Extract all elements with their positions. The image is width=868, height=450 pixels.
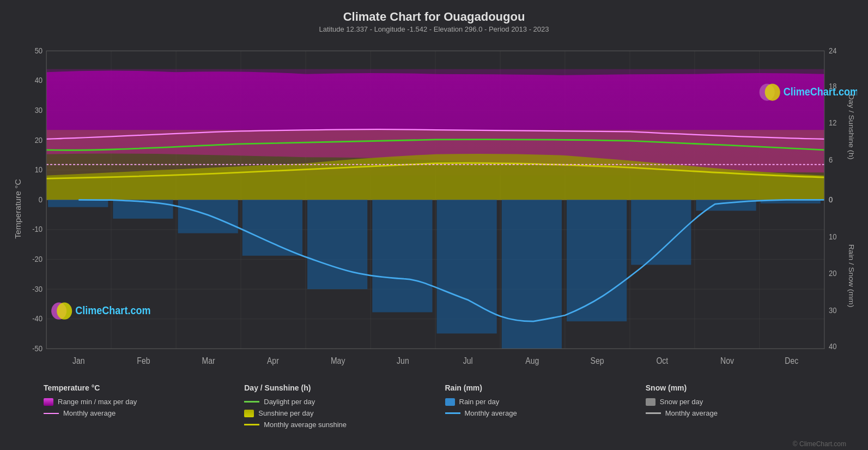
svg-text:6: 6 <box>829 156 833 165</box>
svg-text:Sep: Sep <box>591 356 604 365</box>
page-wrapper: Climate Chart for Ouagadougou Latitude 1… <box>0 0 868 450</box>
svg-text:Mar: Mar <box>202 356 215 365</box>
sunshine-avg-swatch <box>244 424 259 425</box>
legend-sunshine: Day / Sunshine (h) Daylight per day Suns… <box>244 383 445 448</box>
svg-text:Aug: Aug <box>525 356 539 365</box>
svg-text:Jun: Jun <box>397 356 409 365</box>
svg-text:Dec: Dec <box>785 356 798 365</box>
legend-snow-label: Snow per day <box>660 398 703 406</box>
temp-avg-line-swatch <box>44 413 59 414</box>
chart-header: Climate Chart for Ouagadougou Latitude 1… <box>11 5 857 34</box>
svg-text:10: 10 <box>35 166 43 175</box>
sunshine-swatch <box>244 410 254 417</box>
legend-daylight: Daylight per day <box>244 398 445 406</box>
svg-text:-30: -30 <box>32 285 43 293</box>
rain-swatch <box>445 398 455 406</box>
legend-snow-avg-label: Monthly average <box>665 409 718 417</box>
chart-area: 50 40 30 20 10 0 -10 -20 -30 -40 -50 Tem… <box>11 39 857 379</box>
main-svg: 50 40 30 20 10 0 -10 -20 -30 -40 -50 Tem… <box>11 39 857 379</box>
svg-text:May: May <box>331 356 345 365</box>
svg-text:50: 50 <box>35 46 43 55</box>
legend-rain-per-day: Rain per day <box>445 398 646 406</box>
legend-sunshine-per-day: Sunshine per day <box>244 409 445 417</box>
legend-sunshine-avg: Monthly average sunshine <box>244 421 445 429</box>
rain-aug <box>502 200 562 349</box>
legend-rain-avg: Monthly average <box>445 409 646 417</box>
svg-text:20: 20 <box>35 136 43 145</box>
logo-circle-right <box>765 83 780 100</box>
logo-text-top: ClimeChart.com <box>784 86 857 98</box>
svg-text:40: 40 <box>35 76 43 85</box>
legend-rain-avg-label: Monthly average <box>465 409 517 417</box>
svg-text:Apr: Apr <box>267 356 279 365</box>
legend-sunshine-avg-label: Monthly average sunshine <box>264 421 347 429</box>
svg-text:10: 10 <box>829 232 837 241</box>
legend-temp-avg: Monthly average <box>44 409 244 417</box>
legend-temperature: Temperature °C Range min / max per day M… <box>44 383 244 448</box>
rain-jan <box>48 200 108 207</box>
watermark: © ClimeChart.com <box>646 440 846 448</box>
snow-avg-swatch <box>646 412 661 414</box>
legend-area: Temperature °C Range min / max per day M… <box>11 379 857 450</box>
svg-text:-40: -40 <box>32 315 43 323</box>
legend-temp-title: Temperature °C <box>44 383 244 392</box>
temp-range-swatch <box>44 398 53 406</box>
y-right-bottom-label: Rain / Snow (mm) <box>847 244 855 308</box>
legend-temp-avg-label: Monthly average <box>63 409 116 417</box>
svg-text:40: 40 <box>829 343 837 351</box>
y-left-label: Temperature °C <box>14 179 22 239</box>
chart-subtitle: Latitude 12.337 - Longitude -1.542 - Ele… <box>11 25 857 33</box>
rain-mar <box>178 200 238 233</box>
snow-swatch <box>646 398 655 406</box>
rain-feb <box>113 200 173 219</box>
rain-apr <box>242 200 302 256</box>
svg-text:30: 30 <box>35 106 43 115</box>
svg-text:24: 24 <box>829 46 837 55</box>
svg-text:-10: -10 <box>32 225 43 234</box>
svg-text:Oct: Oct <box>656 356 669 365</box>
svg-text:0: 0 <box>829 195 833 204</box>
svg-text:Jan: Jan <box>72 356 85 365</box>
rain-oct <box>631 200 691 265</box>
legend-rain-title: Rain (mm) <box>445 383 646 392</box>
rain-avg-swatch <box>445 412 460 414</box>
rain-jul <box>437 200 497 333</box>
rain-jun <box>372 200 432 312</box>
rain-may <box>307 200 367 289</box>
svg-text:30: 30 <box>829 306 837 315</box>
legend-snow-title: Snow (mm) <box>646 383 846 392</box>
svg-text:-20: -20 <box>32 255 43 263</box>
svg-text:20: 20 <box>829 269 837 278</box>
logo-bl-circle-right <box>57 303 72 320</box>
legend-sun-title: Day / Sunshine (h) <box>244 383 445 392</box>
legend-daylight-label: Daylight per day <box>264 398 315 406</box>
svg-text:12: 12 <box>829 119 836 128</box>
legend-rain: Rain (mm) Rain per day Monthly average <box>445 383 646 448</box>
legend-rain-label: Rain per day <box>459 398 500 406</box>
daylight-swatch <box>244 401 259 403</box>
svg-text:0: 0 <box>39 195 43 204</box>
legend-snow: Snow (mm) Snow per day Monthly average ©… <box>646 383 846 448</box>
legend-temp-range: Range min / max per day <box>44 398 244 406</box>
legend-temp-range-label: Range min / max per day <box>58 398 137 406</box>
logo-text-bl: ClimeChart.com <box>75 304 150 316</box>
y-right-top-label: Day / Sunshine (h) <box>847 94 855 160</box>
legend-snow-avg: Monthly average <box>646 409 846 417</box>
svg-text:Feb: Feb <box>137 356 150 365</box>
rain-sep <box>567 200 627 321</box>
svg-text:-50: -50 <box>32 344 43 353</box>
legend-snow-per-day: Snow per day <box>646 398 846 406</box>
svg-text:Jul: Jul <box>463 356 473 365</box>
chart-title: Climate Chart for Ouagadougou <box>11 10 857 24</box>
svg-text:Nov: Nov <box>720 356 734 365</box>
legend-sunshine-label: Sunshine per day <box>258 409 313 417</box>
